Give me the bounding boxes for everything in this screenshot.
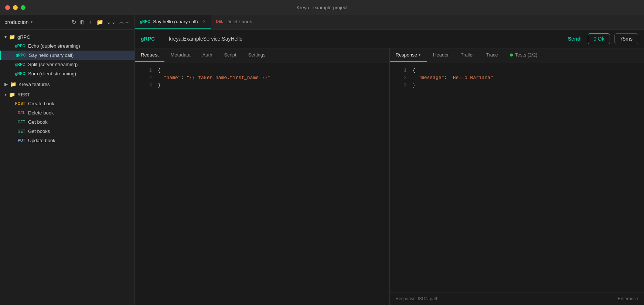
tab-method-grpc: gRPC <box>140 20 150 24</box>
tab-label: Delete book <box>226 19 252 24</box>
code-line: 3 } <box>141 82 384 89</box>
status-badge: 0 Ok <box>588 33 610 44</box>
tests-status-dot <box>510 54 513 56</box>
request-body[interactable]: 1 { 2 "name": "{{ faker.name.first_name … <box>135 62 389 305</box>
tab-close-icon[interactable]: ✕ <box>202 19 206 24</box>
line-number: 1 <box>141 67 152 74</box>
method-badge-post: POST <box>12 102 25 106</box>
folder-closed-icon: 📁 <box>10 81 16 87</box>
app-body: production ▾ ↻ 🗑 ＋ 📁 ⌄⌄ ︿︿ ▾ 📁 gRPC <box>0 15 644 305</box>
tab-tests[interactable]: Tests (2/2) <box>504 48 544 62</box>
line-number: 3 <box>396 82 407 89</box>
tab-trailer[interactable]: Trailer <box>455 48 480 62</box>
arrow-icon: → <box>159 36 164 42</box>
request-url: kreya.ExampleService.SayHello <box>169 36 560 42</box>
minimize-button[interactable] <box>13 5 18 10</box>
dropdown-arrow-icon: ▾ <box>418 53 421 57</box>
item-label: Sum (client streaming) <box>28 71 76 76</box>
item-label: Get books <box>28 128 50 134</box>
folder-icon-action[interactable]: 📁 <box>96 19 103 25</box>
folder-open-icon: 📁 <box>9 34 15 40</box>
rest-group-header[interactable]: ▾ 📁 REST <box>0 90 134 99</box>
sidebar-content: ▾ 📁 gRPC gRPC Echo (duplex streaming) gR… <box>0 30 134 305</box>
refresh-icon[interactable]: ↻ <box>72 19 76 25</box>
grpc-group: ▾ 📁 gRPC gRPC Echo (duplex streaming) gR… <box>0 32 134 78</box>
tab-metadata[interactable]: Metadata <box>164 48 196 62</box>
add-icon[interactable]: ＋ <box>88 18 93 25</box>
sidebar-item-sum[interactable]: gRPC Sum (client streaming) <box>0 69 134 78</box>
rest-group-label: REST <box>17 92 30 97</box>
sidebar: production ▾ ↻ 🗑 ＋ 📁 ⌄⌄ ︿︿ ▾ 📁 gRPC <box>0 15 135 305</box>
item-label: Get book <box>28 119 48 125</box>
sidebar-item-say-hello[interactable]: gRPC Say hello (unary call) <box>0 51 134 60</box>
sidebar-item-create-book[interactable]: POST Create book <box>0 99 134 108</box>
method-badge-get: GET <box>12 120 25 124</box>
method-badge-del: DEL <box>12 111 25 115</box>
response-json-path[interactable]: Response JSON path <box>390 292 644 305</box>
code-line: 2 "name": "{{ faker.name.first_name }}" <box>141 74 384 82</box>
request-method: gRPC <box>141 36 155 42</box>
item-label: Delete book <box>28 110 54 116</box>
environment-selector[interactable]: production ▾ <box>4 19 33 25</box>
delete-icon[interactable]: 🗑 <box>79 19 85 25</box>
grpc-group-header[interactable]: ▾ 📁 gRPC <box>0 32 134 41</box>
tab-script[interactable]: Script <box>218 48 242 62</box>
line-number: 2 <box>141 74 152 82</box>
code-line: 2 "message": "Hello Mariana" <box>396 74 638 82</box>
tab-settings[interactable]: Settings <box>242 48 272 62</box>
line-number: 2 <box>396 74 407 82</box>
request-panel-tabs: Request Metadata Auth Script Settings <box>135 48 389 62</box>
response-label: Response <box>396 52 418 58</box>
rest-group: ▾ 📁 REST POST Create book DEL Delete boo… <box>0 90 134 145</box>
sidebar-header: production ▾ ↻ 🗑 ＋ 📁 ⌄⌄ ︿︿ <box>0 15 134 30</box>
send-button[interactable]: Send <box>565 34 583 43</box>
close-button[interactable] <box>5 5 10 10</box>
enterprise-badge: Enterprise <box>618 296 638 301</box>
line-number: 1 <box>396 67 407 74</box>
main-content: gRPC Say hello (unary call) ✕ DEL Delete… <box>135 15 644 305</box>
sidebar-item-delete-book[interactable]: DEL Delete book <box>0 108 134 117</box>
tab-response[interactable]: Response ▾ <box>390 48 427 62</box>
tab-header[interactable]: Header <box>427 48 455 62</box>
sidebar-item-get-books[interactable]: GET Get books <box>0 127 134 136</box>
item-label: Say hello (unary call) <box>29 52 74 58</box>
maximize-button[interactable] <box>21 5 25 10</box>
kreya-features-label: Kreya features <box>18 82 50 87</box>
method-badge-grpc: gRPC <box>12 72 25 76</box>
method-badge-grpc: gRPC <box>12 62 25 66</box>
tab-method-del: DEL <box>216 20 224 24</box>
method-badge-grpc: gRPC <box>12 44 25 48</box>
code-line: 1 { <box>141 67 384 74</box>
item-label: Split (server streaming) <box>28 62 78 67</box>
response-tab-group: Response ▾ <box>396 52 422 58</box>
tab-trace[interactable]: Trace <box>480 48 504 62</box>
tab-label: Say hello (unary call) <box>153 19 198 24</box>
tab-request[interactable]: Request <box>135 48 164 62</box>
tests-label: Tests (2/2) <box>515 52 538 58</box>
code-line: 3 } <box>396 82 638 89</box>
response-panel: Response ▾ Header Trailer Trace Tests (2… <box>390 48 644 305</box>
kreya-features-group-header[interactable]: ▶ 📁 Kreya features <box>0 80 134 89</box>
sidebar-actions: ↻ 🗑 ＋ 📁 ⌄⌄ ︿︿ <box>72 18 130 25</box>
grpc-group-label: gRPC <box>17 34 30 40</box>
panels: Request Metadata Auth Script Settings 1 … <box>135 48 644 305</box>
chevron-down-icon: ▾ <box>31 20 33 24</box>
response-code: 1 { 2 "message": "Hello Mariana" 3 } <box>390 67 644 89</box>
tests-tab-content: Tests (2/2) <box>510 52 538 58</box>
sidebar-item-update-book[interactable]: PUT Update book <box>0 136 134 145</box>
sidebar-item[interactable]: gRPC Echo (duplex streaming) <box>0 41 134 51</box>
collapse-arrow-icon: ▾ <box>4 92 7 97</box>
tab-delete-book[interactable]: DEL Delete book <box>211 15 257 29</box>
tab-auth[interactable]: Auth <box>197 48 218 62</box>
traffic-lights <box>5 5 25 10</box>
sidebar-item-split[interactable]: gRPC Split (server streaming) <box>0 60 134 69</box>
title-bar: Kreya - example-project <box>0 0 644 15</box>
sidebar-item-get-book[interactable]: GET Get book <box>0 117 134 127</box>
collapse-icon[interactable]: ︿︿ <box>119 18 130 25</box>
method-badge-put: PUT <box>12 138 25 143</box>
method-badge-get: GET <box>12 129 25 133</box>
response-panel-tabs: Response ▾ Header Trailer Trace Tests (2… <box>390 48 644 62</box>
line-number: 3 <box>141 82 152 89</box>
tab-say-hello[interactable]: gRPC Say hello (unary call) ✕ <box>135 15 211 29</box>
expand-icon[interactable]: ⌄⌄ <box>106 19 116 25</box>
